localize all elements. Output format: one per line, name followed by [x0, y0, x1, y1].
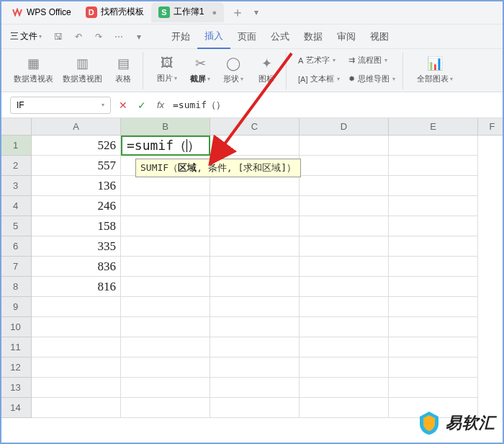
cell-c10[interactable]: [210, 317, 300, 337]
cell-b12[interactable]: [121, 358, 210, 378]
cell-c8[interactable]: [210, 277, 300, 297]
tab-menu-button[interactable]: ▾: [247, 3, 266, 22]
cell-e8[interactable]: [389, 277, 478, 297]
cell-c4[interactable]: [210, 196, 300, 216]
undo-button[interactable]: ↶: [69, 27, 88, 46]
cell-c13[interactable]: [210, 378, 300, 398]
cell-c6[interactable]: [210, 236, 300, 257]
cell-a1[interactable]: 526: [32, 136, 121, 156]
cell-d14[interactable]: [300, 398, 389, 418]
cell-d7[interactable]: [300, 257, 389, 277]
row-header-9[interactable]: 9: [0, 297, 32, 317]
qat-more[interactable]: ▾: [130, 27, 148, 46]
cell-a5[interactable]: 158: [32, 216, 121, 236]
tab-data[interactable]: 数据: [297, 25, 330, 49]
row-header-6[interactable]: 6: [0, 236, 32, 257]
cell-a6[interactable]: 335: [32, 236, 121, 257]
cell-b8[interactable]: [121, 277, 210, 297]
cell-d6[interactable]: [300, 236, 389, 257]
tab-insert[interactable]: 插入: [197, 25, 230, 49]
cell-b3[interactable]: [121, 176, 210, 196]
cell-a13[interactable]: [32, 378, 121, 398]
cell-e3[interactable]: [389, 176, 478, 196]
cell-e13[interactable]: [389, 378, 478, 398]
cell-d4[interactable]: [300, 196, 389, 216]
cell-c7[interactable]: [210, 257, 300, 277]
row-header-4[interactable]: 4: [0, 196, 32, 216]
fx-button[interactable]: fx: [154, 99, 167, 112]
cell-d12[interactable]: [300, 358, 389, 378]
row-header-12[interactable]: 12: [0, 358, 32, 378]
save-button[interactable]: 🖫: [49, 27, 68, 46]
shape-button[interactable]: ◯ 形状▾: [218, 52, 248, 88]
screenshot-button[interactable]: ✂ 截屏▾: [185, 52, 215, 88]
cell-e4[interactable]: [389, 196, 478, 216]
col-header-e[interactable]: E: [389, 118, 478, 136]
cell-a9[interactable]: [32, 297, 121, 317]
tab-view[interactable]: 视图: [363, 25, 396, 49]
file-menu[interactable]: 三 文件 ▾: [4, 28, 48, 45]
cell-c14[interactable]: [210, 398, 300, 418]
pivot-table-button[interactable]: ▦ 数据透视表: [10, 52, 56, 88]
cell-e7[interactable]: [389, 257, 478, 277]
cell-c12[interactable]: [210, 358, 300, 378]
cell-e12[interactable]: [389, 358, 478, 378]
cell-b11[interactable]: [121, 337, 210, 358]
cell-c3[interactable]: [210, 176, 300, 196]
allcharts-button[interactable]: 📊 全部图表▾: [412, 52, 458, 88]
redo-button[interactable]: ↷: [89, 27, 108, 46]
cell-a8[interactable]: 816: [32, 277, 121, 297]
col-header-a[interactable]: A: [32, 118, 121, 136]
cell-c5[interactable]: [210, 216, 300, 236]
cell-b9[interactable]: [121, 297, 210, 317]
cell-a12[interactable]: [32, 358, 121, 378]
tab-page[interactable]: 页面: [230, 25, 264, 49]
cell-e9[interactable]: [389, 297, 478, 317]
cell-b10[interactable]: [121, 317, 210, 337]
tab-workbook[interactable]: S 工作簿1 ●: [151, 2, 224, 22]
formula-input[interactable]: =sumif（）: [173, 99, 494, 112]
cell-d8[interactable]: [300, 277, 389, 297]
new-tab-button[interactable]: ＋: [231, 4, 244, 21]
cell-c1[interactable]: [210, 136, 300, 156]
cell-b4[interactable]: [121, 196, 210, 216]
tab-templates[interactable]: D 找稻壳模板: [78, 2, 151, 22]
cell-a3[interactable]: 136: [32, 176, 121, 196]
cell-e10[interactable]: [389, 317, 478, 337]
cell-b7[interactable]: [121, 257, 210, 277]
cell-c9[interactable]: [210, 297, 300, 317]
cell-d2[interactable]: [300, 156, 389, 176]
row-header-14[interactable]: 14: [0, 398, 32, 418]
wordart-button[interactable]: A艺术字▾: [295, 52, 343, 69]
row-header-13[interactable]: 13: [0, 378, 32, 398]
tab-home[interactable]: 开始: [164, 25, 197, 49]
col-header-d[interactable]: D: [300, 118, 389, 136]
cell-d3[interactable]: [300, 176, 389, 196]
col-header-b[interactable]: B: [121, 118, 210, 136]
cell-b1-editing[interactable]: =sumif（）: [121, 136, 210, 156]
name-box[interactable]: IF ▾: [10, 97, 111, 114]
cell-d1[interactable]: [300, 136, 389, 156]
textbox-button[interactable]: [A]文本框▾: [295, 71, 343, 88]
row-header-2[interactable]: 2: [0, 156, 32, 176]
row-header-5[interactable]: 5: [0, 216, 32, 236]
icon-button[interactable]: ✦ 图标: [251, 52, 282, 88]
row-header-7[interactable]: 7: [0, 257, 32, 277]
cell-a10[interactable]: [32, 317, 121, 337]
cell-b5[interactable]: [121, 216, 210, 236]
cell-b14[interactable]: [121, 398, 210, 418]
col-header-f[interactable]: F: [478, 118, 504, 136]
cell-a14[interactable]: [32, 398, 121, 418]
cell-e1[interactable]: [389, 136, 478, 156]
pivot-chart-button[interactable]: ▥ 数据透视图: [59, 52, 105, 88]
row-header-11[interactable]: 11: [0, 337, 32, 358]
cell-e2[interactable]: [389, 156, 478, 176]
flowchart-button[interactable]: ⇉流程图▾: [346, 52, 398, 69]
cell-a4[interactable]: 246: [32, 196, 121, 216]
row-header-3[interactable]: 3: [0, 176, 32, 196]
cell-d5[interactable]: [300, 216, 389, 236]
accept-formula-button[interactable]: ✓: [135, 99, 148, 112]
cell-d9[interactable]: [300, 297, 389, 317]
cell-e11[interactable]: [389, 337, 478, 358]
cancel-formula-button[interactable]: ✕: [117, 99, 130, 112]
